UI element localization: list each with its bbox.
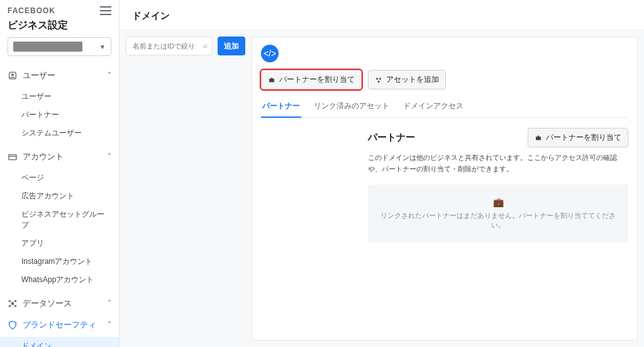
assign-partner-button[interactable]: パートナーを割り当て (261, 70, 362, 89)
page-title: ドメイン (119, 0, 644, 30)
users-icon (8, 71, 18, 81)
nav-acc-app[interactable]: アプリ (0, 234, 119, 253)
nav-datasource[interactable]: データソース ˅ (0, 293, 119, 314)
main-content: ドメイン ⌕ 追加 </> パートナーを割り当て ア (119, 0, 644, 347)
nav-acc-page[interactable]: ページ (0, 169, 119, 187)
svg-rect-2 (9, 155, 16, 160)
empty-state: 💼 リンクされたパートナーはまだありません。パートナーを割り当ててください。 (368, 185, 628, 242)
svg-point-1 (11, 74, 13, 76)
tab-linked-assets[interactable]: リンク済みのアセット (313, 96, 391, 117)
accounts-icon (8, 152, 18, 162)
empty-text: リンクされたパートナーはまだありません。パートナーを割り当ててください。 (375, 211, 621, 230)
briefcase-icon (268, 76, 275, 84)
asset-icon (375, 76, 382, 84)
datasource-icon (8, 299, 18, 309)
nav-users-users[interactable]: ユーザー (0, 88, 119, 106)
svg-point-14 (378, 81, 380, 82)
sidebar-nav: ユーザー ˄ ユーザー パートナー システムユーザー アカウント ˄ ページ 広… (0, 61, 119, 347)
chevron-up-icon: ˄ (108, 71, 111, 80)
nav-acc-wa[interactable]: WhatsAppアカウント (0, 271, 119, 289)
nav-users-label: ユーザー (23, 70, 55, 81)
svg-rect-11 (271, 77, 273, 79)
sidebar-title: ビジネス設定 (8, 19, 111, 32)
nav-users-partners[interactable]: パートナー (0, 106, 119, 124)
svg-point-5 (14, 300, 16, 302)
nav-datasource-label: データソース (23, 298, 72, 309)
nav-acc-group[interactable]: ビジネスアセットグループ (0, 205, 119, 234)
brand-label: FACEBOOK (8, 6, 55, 15)
assign-partner-button-2[interactable]: パートナーを割り当て (528, 128, 628, 147)
assign-partner-label-2: パートナーを割り当て (546, 132, 621, 143)
svg-point-13 (379, 77, 381, 79)
svg-rect-16 (538, 135, 540, 137)
nav-brandsafety[interactable]: ブランドセーフティ ˄ (0, 314, 119, 336)
chevron-up-icon: ˄ (108, 152, 111, 161)
search-icon: ⌕ (203, 41, 208, 50)
add-asset-button[interactable]: アセットを追加 (368, 70, 446, 89)
detail-title: パートナー (368, 132, 415, 144)
nav-users-system[interactable]: システムユーザー (0, 124, 119, 142)
add-asset-label: アセットを追加 (386, 74, 439, 85)
sidebar: FACEBOOK ビジネス設定 ▼ ユーザー ˄ ユーザー パートナー システム… (0, 0, 119, 347)
code-icon: </> (261, 45, 279, 62)
nav-brand-domain[interactable]: ドメイン (0, 337, 119, 347)
detail-panel: </> パートナーを割り当て アセットを追加 パートナー リンク済みのアセット … (252, 37, 638, 341)
svg-point-7 (14, 305, 16, 307)
svg-rect-15 (536, 137, 541, 140)
chevron-up-icon: ˄ (108, 321, 111, 329)
nav-brandsafety-label: ブランドセーフティ (23, 319, 96, 331)
chevron-down-icon: ▼ (99, 43, 106, 50)
assign-partner-label: パートナーを割り当て (279, 74, 355, 85)
list-panel: ⌕ 追加 (126, 37, 245, 341)
account-selector[interactable]: ▼ (8, 37, 111, 56)
add-button[interactable]: 追加 (218, 37, 245, 55)
shield-icon (8, 320, 18, 330)
svg-point-4 (9, 300, 11, 302)
tabs: パートナー リンク済みのアセット ドメインアクセス (261, 96, 628, 118)
nav-accounts[interactable]: アカウント ˄ (0, 146, 119, 168)
nav-accounts-label: アカウント (23, 151, 64, 162)
search-input[interactable] (126, 37, 213, 55)
nav-users[interactable]: ユーザー ˄ (0, 65, 119, 86)
account-name-placeholder (13, 42, 82, 52)
tab-partner[interactable]: パートナー (261, 96, 301, 118)
svg-point-12 (376, 77, 378, 79)
nav-acc-ig[interactable]: Instagramアカウント (0, 253, 119, 271)
svg-point-6 (9, 305, 11, 307)
tab-domain-access[interactable]: ドメインアクセス (402, 96, 465, 117)
briefcase-icon (535, 134, 542, 142)
svg-rect-10 (269, 79, 274, 82)
menu-icon[interactable] (100, 6, 111, 15)
nav-acc-ad[interactable]: 広告アカウント (0, 187, 119, 205)
detail-description: このドメインは他のビジネスと共有されています。ここからアクセス許可の確認や、パー… (368, 152, 628, 174)
chevron-down-icon: ˅ (108, 299, 111, 308)
briefcase-icon: 💼 (375, 197, 621, 207)
